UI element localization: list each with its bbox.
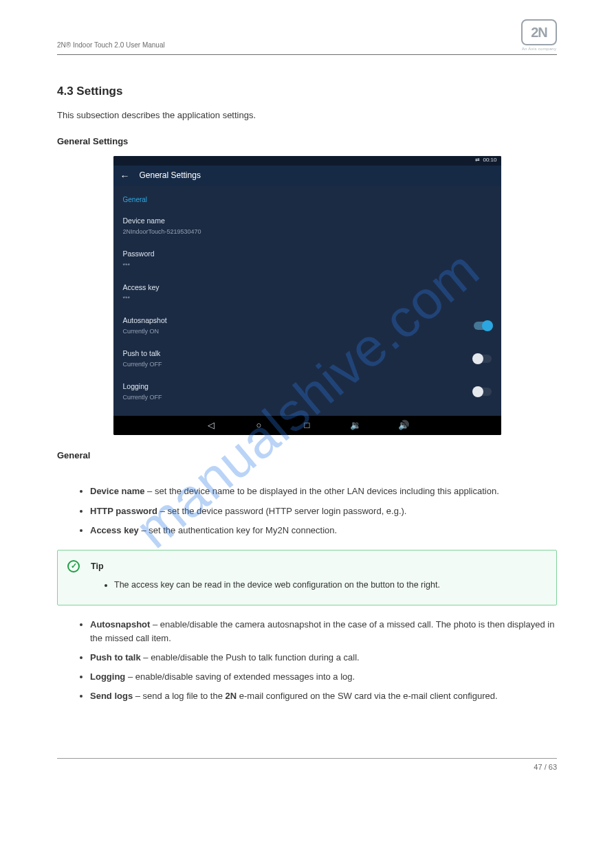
bullet-label: HTTP password bbox=[90, 506, 157, 516]
android-nav-bar: ◁ ○ □ 🔉 🔊 bbox=[113, 416, 501, 435]
row-title: Access key bbox=[123, 282, 160, 293]
row-sub: 2NIndoorTouch-5219530470 bbox=[123, 227, 201, 237]
row-access-key[interactable]: Access key *** bbox=[123, 277, 492, 310]
nav-vol-down-icon[interactable]: 🔉 bbox=[350, 420, 361, 431]
bullet-list-1: Device name – set the device name to be … bbox=[57, 485, 557, 537]
bullet-http-password: HTTP password – set the device password … bbox=[90, 504, 557, 518]
row-title: Password bbox=[123, 248, 155, 259]
bullet-text: – set the authentication key for My2N co… bbox=[139, 525, 337, 535]
brand-logo: 2N An Axis company bbox=[521, 19, 557, 51]
nav-back-icon[interactable]: ◁ bbox=[206, 420, 217, 431]
back-arrow-icon[interactable]: ← bbox=[120, 171, 130, 181]
bullet-label: Logging bbox=[90, 671, 125, 682]
bullet-access-key: Access key – set the authentication key … bbox=[90, 524, 557, 537]
status-time: 00:10 bbox=[483, 156, 496, 164]
footer-rule bbox=[57, 758, 557, 759]
bullet-label: Push to talk bbox=[90, 652, 141, 663]
bullet-text: – enable/disable the Push to talk functi… bbox=[141, 652, 360, 663]
check-circle-icon: ✓ bbox=[67, 560, 80, 572]
bullet-send-logs: Send logs – send a log file to the 2N e-… bbox=[90, 689, 557, 703]
page: manualshive.com 2N An Axis company 2N® I… bbox=[0, 0, 614, 799]
running-header: 2N® Indoor Touch 2.0 User Manual bbox=[57, 41, 557, 49]
tip-title: Tip bbox=[91, 560, 544, 573]
settings-panel: General Device name 2NIndoorTouch-521953… bbox=[113, 186, 501, 416]
toggle-logging[interactable] bbox=[474, 388, 492, 396]
nav-vol-up-icon[interactable]: 🔊 bbox=[398, 420, 409, 431]
heading-4-3-settings: 4.3 Settings bbox=[57, 82, 557, 100]
bullet-autosnapshot: Autosnapshot – enable/disable the camera… bbox=[90, 618, 557, 645]
row-sub: *** bbox=[123, 261, 155, 271]
status-signal-icon: ⇄ bbox=[475, 156, 480, 164]
row-title: Logging bbox=[123, 381, 162, 392]
screenshot-container: ⇄ 00:10 ← General Settings General Devic… bbox=[57, 156, 557, 436]
row-device-name[interactable]: Device name 2NIndoorTouch-5219530470 bbox=[123, 210, 492, 243]
row-title: Autosnapshot bbox=[123, 315, 167, 326]
row-sub: Currently OFF bbox=[123, 360, 162, 370]
toggle-push-to-talk[interactable] bbox=[474, 355, 492, 363]
row-autosnapshot[interactable]: Autosnapshot Currently ON bbox=[123, 310, 492, 343]
section-header-general: General bbox=[123, 194, 492, 205]
nav-recents-icon[interactable]: □ bbox=[302, 420, 313, 431]
header-rule bbox=[57, 54, 557, 55]
bullet-text: – set the device password (HTTP server l… bbox=[157, 506, 406, 516]
row-title: Push to talk bbox=[123, 348, 162, 359]
intro-paragraph: This subsection describes the applicatio… bbox=[57, 109, 557, 122]
toggle-autosnapshot[interactable] bbox=[474, 322, 492, 330]
row-sub: Currently OFF bbox=[123, 393, 162, 403]
brand-subtitle: An Axis company bbox=[521, 47, 557, 51]
bullet-text-2: e-mail configured on the SW card via the… bbox=[237, 691, 497, 701]
bullet-brand: 2N bbox=[226, 691, 237, 701]
appbar-title: General Settings bbox=[140, 169, 201, 182]
app-bar[interactable]: ← General Settings bbox=[113, 166, 501, 186]
row-push-to-talk[interactable]: Push to talk Currently OFF bbox=[123, 343, 492, 376]
device-screenshot: ⇄ 00:10 ← General Settings General Devic… bbox=[113, 156, 501, 436]
bullet-push-to-talk: Push to talk – enable/disable the Push t… bbox=[90, 651, 557, 665]
bullet-text: – enable/disable saving of extended mess… bbox=[125, 671, 355, 682]
nav-home-icon[interactable]: ○ bbox=[254, 420, 265, 431]
tip-text: The access key can be read in the device… bbox=[114, 579, 544, 592]
bullet-list-2: Autosnapshot – enable/disable the camera… bbox=[57, 618, 557, 704]
tip-list: The access key can be read in the device… bbox=[91, 579, 544, 592]
bullet-label: Send logs bbox=[90, 691, 133, 701]
bullet-label: Autosnapshot bbox=[90, 619, 150, 630]
tip-box: ✓ Tip The access key can be read in the … bbox=[57, 550, 557, 605]
bullet-text: – enable/disable the camera autosnapshot… bbox=[90, 619, 554, 643]
bullet-text-1: – send a log file to the bbox=[133, 691, 225, 701]
brand-name: 2N bbox=[521, 19, 557, 45]
bullet-label: Access key bbox=[90, 525, 139, 535]
row-sub: *** bbox=[123, 294, 160, 304]
bullet-device-name: Device name – set the device name to be … bbox=[90, 485, 557, 498]
row-title: Device name bbox=[123, 215, 201, 226]
android-status-bar: ⇄ 00:10 bbox=[113, 156, 501, 166]
row-password[interactable]: Password *** bbox=[123, 243, 492, 276]
row-logging[interactable]: Logging Currently OFF bbox=[123, 376, 492, 409]
bullet-text: – set the device name to be displayed in… bbox=[145, 486, 499, 496]
bullet-logging: Logging – enable/disable saving of exten… bbox=[90, 670, 557, 684]
footer: 47 / 63 bbox=[57, 758, 557, 771]
heading-general: General bbox=[57, 449, 557, 463]
heading-general-settings: General Settings bbox=[57, 135, 557, 148]
page-number: 47 / 63 bbox=[57, 763, 557, 771]
bullet-label: Device name bbox=[90, 486, 145, 496]
content: 4.3 Settings This subsection describes t… bbox=[57, 82, 557, 703]
row-sub: Currently ON bbox=[123, 327, 167, 337]
